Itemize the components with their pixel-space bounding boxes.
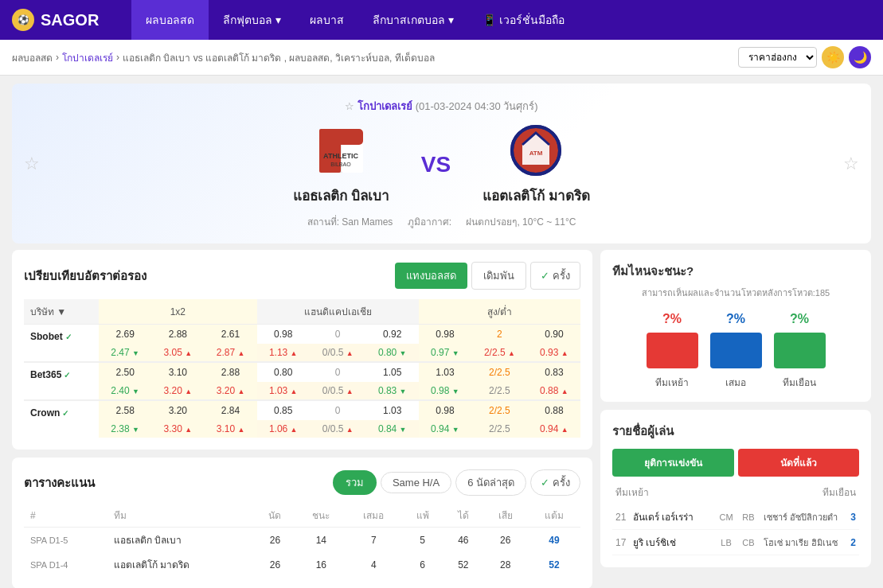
away-team-label: ทีมเยือน [822, 485, 856, 500]
player-tabs: ยุติการแข่งขัน นัดที่แล้ว [612, 449, 859, 477]
standing-col-pts: แต้ม [528, 504, 580, 528]
odds-prev-cell: 0/0.5 ▲ [310, 344, 366, 362]
breadcrumb-bar: ผลบอลสด › โกปาเดลเรย์ › แอธเลติก บิลเบา … [0, 40, 883, 76]
standing-tab-check[interactable]: ✓ครั้ง [530, 469, 580, 496]
odds-tab-live[interactable]: แทงบอลสด [395, 263, 467, 289]
player-num: 17 [615, 537, 633, 548]
player-pos: LB [715, 538, 737, 547]
draw-pct-bar [710, 333, 762, 368]
odds-prev-cell: 2.47 ▼ [99, 344, 151, 362]
star-favorite-right[interactable]: ☆ [843, 154, 859, 174]
match-info: สถานที่: San Mames ภูมิอากาศ: ฝนตกปรอยๆ,… [36, 214, 847, 229]
odds-cell: 2 [471, 325, 528, 345]
verified-icon: ✓ [64, 371, 70, 380]
odds-prev-cell: 3.05 ▲ [151, 344, 204, 362]
suspend-tab[interactable]: ยุติการแข่งขัน [612, 449, 734, 477]
standing-tab-all[interactable]: รวม [333, 470, 377, 495]
table-row: 2.47 ▼ 3.05 ▲ 2.87 ▲ 1.13 ▲ 0/0.5 ▲ 0.80… [24, 344, 580, 362]
theme-dark-button[interactable]: 🌙 [849, 46, 871, 68]
odds-section: เปรียบเทียบอัตราต่อรอง แทงบอลสด เดิมพัน … [12, 250, 592, 450]
home-pct-bar [647, 333, 698, 368]
col-highlow-header: สูง/ต่ำ [419, 299, 580, 325]
odds-tab-check[interactable]: ✓ครั้ง [530, 262, 580, 290]
player-name: อันเดร์ เอร์เรร่า [633, 509, 715, 524]
table-row: SPA D1-4 แอตเลติโก้ มาดริด 26 16 4 6 52 … [24, 552, 580, 577]
player-list-title: รายชื่อผู้เล่น [612, 422, 859, 441]
draw-pct-item: ?% เสมอ [710, 312, 762, 390]
theme-light-button[interactable]: ☀️ [822, 46, 844, 68]
table-row: SPA D1-5 แอธเลติก บิลเบา 26 14 7 5 46 26… [24, 528, 580, 553]
breadcrumb-copa[interactable]: โกปาเดลเรย์ [62, 50, 113, 65]
logo-icon: ⚽ [12, 9, 34, 31]
price-type-select[interactable]: ราคาฮ่องกง [738, 47, 817, 68]
svg-text:ATM: ATM [529, 150, 543, 157]
away-pct-value: ?% [790, 312, 809, 326]
away-pct-bar [774, 333, 826, 368]
home-pct-label: ทีมเหย้า [655, 375, 689, 390]
breadcrumb-live[interactable]: ผลบอลสด [12, 50, 53, 65]
odds-prev-cell: 1.13 ▲ [257, 344, 310, 362]
match-date: (01-03-2024 04:30 วันศุกร์) [416, 100, 538, 112]
standing-table: # ทีม นัด ชนะ เสมอ แพ้ ได้ เสีย แต้ม SPA… [24, 504, 580, 577]
match-tab[interactable]: นัดที่แล้ว [738, 449, 860, 477]
col-bookie: บริษัท ▼ [24, 299, 99, 325]
home-team: ATHLETIC BILBAO แอธเลติก บิลเบา [293, 123, 389, 206]
nav-item-mobile[interactable]: 📱 เวอร์ชั่นมือถือ [468, 0, 579, 40]
odds-prev-cell: 0.93 ▲ [528, 344, 580, 362]
standing-col-gf: ได้ [443, 504, 483, 528]
main-nav: ผลบอลสด ลีกฟุตบอล ▾ ผลบาส ลีกบาสเกตบอล ▾… [131, 0, 579, 40]
player-row: 21 อันเดร์ เอร์เรร่า CM RB เซชาร์ อัซปิล… [612, 504, 859, 530]
home-team-name: แอธเลติก บิลเบา [293, 185, 389, 206]
home-team-label: ทีมเหย้า [615, 485, 649, 500]
player-count: 2 [842, 537, 856, 548]
away-team: ATM แอตเลติโก้ มาดริด [483, 123, 590, 206]
player-pos2: RB [737, 512, 760, 522]
player-pos2: CB [737, 538, 760, 547]
draw-pct-value: ?% [726, 312, 745, 326]
standing-col-w: ชนะ [296, 504, 346, 528]
match-card: ☆ ☆ ☆ โกปาเดลเรย์ (01-03-2024 04:30 วันศ… [12, 84, 871, 243]
nav-item-basketball-league[interactable]: ลีกบาสเกตบอล ▾ [358, 0, 468, 40]
standing-section-title: ตารางคะแนน [24, 473, 95, 493]
standing-tab-ha[interactable]: Same H/A [381, 472, 451, 493]
odds-cell: 0.98 [419, 325, 471, 345]
percentage-bars: ?% ทีมเหย้า ?% เสมอ ?% ทีมเยือน [612, 312, 859, 390]
col-handicap-header: แฮนดิแคปเอเชีย [257, 299, 419, 325]
table-row: 2.40 ▼ 3.20 ▲ 3.20 ▲ 1.03 ▲ 0/0.5 ▲ 0.83… [24, 382, 580, 400]
col-1x2-header: 1x2 [99, 299, 257, 325]
table-row: Bet365 ✓ 2.50 3.10 2.88 0.80 0 1.05 1.03… [24, 362, 580, 382]
svg-text:ATHLETIC: ATHLETIC [323, 152, 358, 160]
nav-item-basketball[interactable]: ผลบาส [295, 0, 358, 40]
bookie-crown: Crown ✓ [30, 407, 92, 419]
player-count: 3 [842, 512, 856, 523]
venue: สถานที่: [307, 216, 342, 228]
draw-pct-label: เสมอ [725, 375, 746, 390]
player-list-card: รายชื่อผู้เล่น ยุติการแข่งขัน นัดที่แล้ว… [600, 410, 871, 567]
verified-icon: ✓ [65, 333, 72, 341]
player-num: 21 [615, 512, 633, 523]
table-row: Sbobet ✓ 2.69 2.88 2.61 0.98 0 0.92 0.98… [24, 325, 580, 345]
bilbao-crest-icon: ATHLETIC BILBAO [315, 125, 367, 177]
star-favorite-left[interactable]: ☆ [24, 154, 40, 174]
player-team-header: ทีมเหย้า ทีมเยือน [612, 485, 859, 500]
odds-table: บริษัท ▼ 1x2 แฮนดิแคปเอเชีย สูง/ต่ำ Sbob… [24, 299, 580, 438]
breadcrumb-match: แอธเลติก บิลเบา vs แอตเลติโก้ มาดริด , ผ… [123, 50, 435, 65]
bookie-bet365: Bet365 ✓ [30, 369, 92, 380]
odds-cell: 2.69 [99, 325, 151, 345]
league-link[interactable]: โกปาเดลเรย์ [357, 100, 412, 112]
odds-prev-cell: 0.80 ▼ [366, 344, 419, 362]
breadcrumb: ผลบอลสด › โกปาเดลเรย์ › แอธเลติก บิลเบา … [12, 50, 435, 65]
odds-cell: 0.90 [528, 325, 580, 345]
nav-item-football[interactable]: ลีกฟุตบอล ▾ [209, 0, 295, 40]
match-title: ☆ โกปาเดลเรย์ (01-03-2024 04:30 วันศุกร์… [36, 98, 847, 115]
odds-prev-cell: 2/2.5 ▲ [471, 344, 528, 362]
odds-cell: 2.88 [151, 325, 204, 345]
table-row: 2.38 ▼ 3.30 ▲ 3.10 ▲ 1.06 ▲ 0/0.5 ▲ 0.84… [24, 420, 580, 438]
standing-tab-last6[interactable]: 6 นัดล่าสุด [455, 469, 526, 496]
odds-tab-bet[interactable]: เดิมพัน [471, 262, 526, 290]
away-team-logo: ATM [509, 123, 565, 178]
away-team-name: แอตเลติโก้ มาดริด [483, 185, 590, 206]
price-selector: ราคาฮ่องกง ☀️ 🌙 [738, 46, 871, 68]
nav-item-livescores[interactable]: ผลบอลสด [131, 0, 209, 40]
match-teams: ATHLETIC BILBAO แอธเลติก บิลเบา VS ATM แ… [36, 123, 847, 206]
